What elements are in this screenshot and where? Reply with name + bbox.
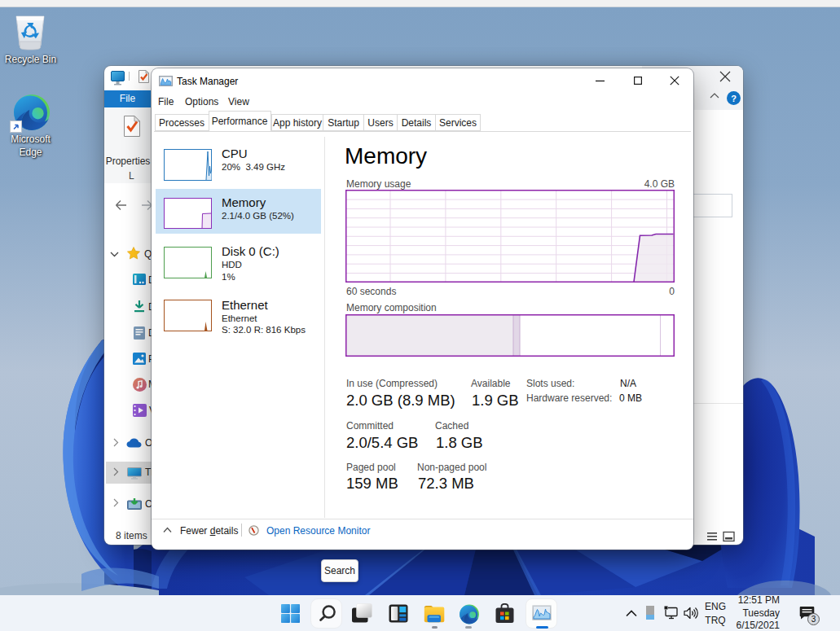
svg-text:?: ?	[731, 94, 737, 103]
